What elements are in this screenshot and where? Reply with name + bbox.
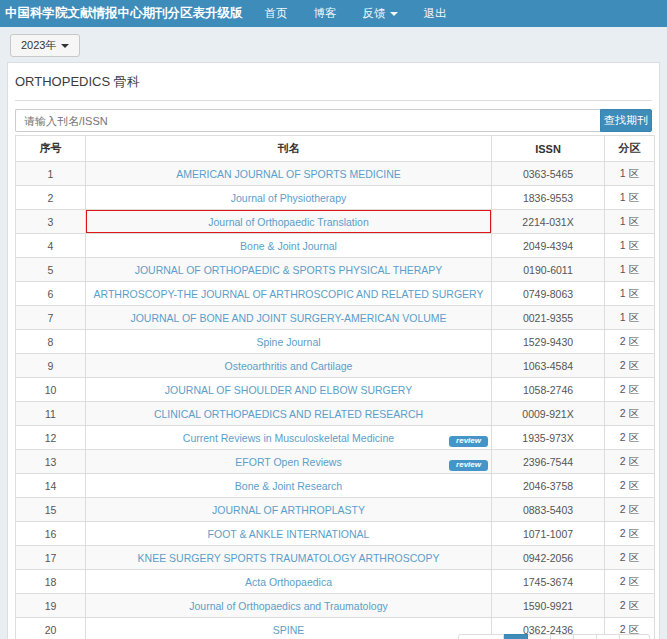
journal-name-cell: Current Reviews in Musculoskeletal Medic…: [86, 426, 492, 450]
journal-division: 2 区: [605, 354, 655, 378]
search-journal-button[interactable]: 查找期刊: [600, 109, 652, 132]
journal-link[interactable]: JOURNAL OF BONE AND JOINT SURGERY-AMERIC…: [130, 312, 446, 324]
table-row: 5JOURNAL OF ORTHOPAEDIC & SPORTS PHYSICA…: [16, 258, 655, 282]
page-button-«[interactable]: «: [458, 634, 504, 639]
row-number: 5: [16, 258, 86, 282]
journal-issn: 2049-4394: [492, 234, 605, 258]
table-row: 3Journal of Orthopaedic Translation2214-…: [16, 210, 655, 234]
table-row: 19Journal of Orthopaedics and Traumatolo…: [16, 594, 655, 618]
journal-issn: 0009-921X: [492, 402, 605, 426]
row-number: 6: [16, 282, 86, 306]
journal-link[interactable]: Journal of Orthopaedics and Traumatology: [189, 600, 387, 612]
row-number: 1: [16, 162, 86, 186]
journal-issn: 0883-5403: [492, 498, 605, 522]
table-row: 7JOURNAL OF BONE AND JOINT SURGERY-AMERI…: [16, 306, 655, 330]
journal-issn: 1071-1007: [492, 522, 605, 546]
nav-item-1[interactable]: 首页: [265, 6, 288, 21]
col-header-name: 刊名: [86, 136, 492, 162]
journal-issn: 1836-9553: [492, 186, 605, 210]
journal-name-cell: SPINE: [86, 618, 492, 639]
journal-link[interactable]: FOOT & ANKLE INTERNATIONAL: [208, 528, 370, 540]
journal-name-cell: KNEE SURGERY SPORTS TRAUMATOLOGY ARTHROS…: [86, 546, 492, 570]
year-label: 2023年: [21, 38, 56, 53]
journal-name-cell: Bone & Joint Research: [86, 474, 492, 498]
nav-item-4[interactable]: 退出: [424, 6, 447, 21]
nav-item-3[interactable]: 反馈: [363, 6, 398, 21]
journal-division: 1 区: [605, 162, 655, 186]
journal-link[interactable]: Current Reviews in Musculoskeletal Medic…: [183, 432, 394, 444]
journal-link[interactable]: KNEE SURGERY SPORTS TRAUMATOLOGY ARTHROS…: [138, 552, 440, 564]
year-dropdown-button[interactable]: 2023年: [10, 34, 80, 57]
page-button-2[interactable]: 2: [528, 634, 551, 639]
journal-name-cell: Acta Orthopaedica: [86, 570, 492, 594]
journal-division: 2 区: [605, 570, 655, 594]
journal-issn: 2396-7544: [492, 450, 605, 474]
row-number: 9: [16, 354, 86, 378]
nav-item-2[interactable]: 博客: [314, 6, 337, 21]
navbar-menu: 首页博客反馈退出: [243, 6, 447, 21]
journal-link[interactable]: Osteoarthritis and Cartilage: [225, 360, 353, 372]
row-number: 17: [16, 546, 86, 570]
journal-link[interactable]: Acta Orthopaedica: [245, 576, 332, 588]
journal-division: 1 区: [605, 186, 655, 210]
journal-name-cell: ARTHROSCOPY-THE JOURNAL OF ARTHROSCOPIC …: [86, 282, 492, 306]
journal-link[interactable]: JOURNAL OF ORTHOPAEDIC & SPORTS PHYSICAL…: [135, 264, 443, 276]
journal-link[interactable]: SPINE: [273, 624, 305, 636]
page-button-4[interactable]: 4: [574, 634, 597, 639]
journal-link[interactable]: Journal of Physiotherapy: [231, 192, 347, 204]
journal-name-cell: Spine Journal: [86, 330, 492, 354]
row-number: 3: [16, 210, 86, 234]
journal-division: 2 区: [605, 522, 655, 546]
table-row: 17KNEE SURGERY SPORTS TRAUMATOLOGY ARTHR…: [16, 546, 655, 570]
journal-link[interactable]: JOURNAL OF ARTHROPLASTY: [212, 504, 365, 516]
journal-link[interactable]: EFORT Open Reviews: [235, 456, 341, 468]
table-row: 8Spine Journal1529-94302 区: [16, 330, 655, 354]
row-number: 4: [16, 234, 86, 258]
page-title: ORTHOPEDICS 骨科: [15, 63, 652, 101]
journal-issn: 0021-9355: [492, 306, 605, 330]
review-badge: review: [449, 460, 488, 471]
journal-link[interactable]: AMERICAN JOURNAL OF SPORTS MEDICINE: [176, 168, 401, 180]
page-button-»[interactable]: »: [620, 634, 650, 639]
journal-link[interactable]: Spine Journal: [256, 336, 320, 348]
journal-link[interactable]: Journal of Orthopaedic Translation: [208, 216, 369, 228]
table-row: 10JOURNAL OF SHOULDER AND ELBOW SURGERY1…: [16, 378, 655, 402]
journal-division: 2 区: [605, 402, 655, 426]
journal-link[interactable]: Bone & Joint Research: [235, 480, 342, 492]
journal-name-cell: JOURNAL OF BONE AND JOINT SURGERY-AMERIC…: [86, 306, 492, 330]
nav-item-label: 反馈: [363, 6, 386, 21]
table-row: 4Bone & Joint Journal2049-43941 区: [16, 234, 655, 258]
journal-issn: 2214-031X: [492, 210, 605, 234]
row-number: 14: [16, 474, 86, 498]
journal-issn: 1745-3674: [492, 570, 605, 594]
pagination: «12345»: [458, 634, 650, 639]
journal-division: 2 区: [605, 450, 655, 474]
journal-issn: 0363-5465: [492, 162, 605, 186]
journal-link[interactable]: Bone & Joint Journal: [240, 240, 337, 252]
row-number: 16: [16, 522, 86, 546]
journal-link[interactable]: JOURNAL OF SHOULDER AND ELBOW SURGERY: [165, 384, 412, 396]
journal-division: 2 区: [605, 426, 655, 450]
journal-link[interactable]: ARTHROSCOPY-THE JOURNAL OF ARTHROSCOPIC …: [94, 288, 484, 300]
journal-name-cell: JOURNAL OF SHOULDER AND ELBOW SURGERY: [86, 378, 492, 402]
col-header-no: 序号: [16, 136, 86, 162]
journal-division: 2 区: [605, 594, 655, 618]
page-button-1[interactable]: 1: [504, 634, 527, 639]
table-row: 15JOURNAL OF ARTHROPLASTY0883-54032 区: [16, 498, 655, 522]
journal-link[interactable]: CLINICAL ORTHOPAEDICS AND RELATED RESEAR…: [154, 408, 423, 420]
page-button-5[interactable]: 5: [597, 634, 620, 639]
journal-name-cell: AMERICAN JOURNAL OF SPORTS MEDICINE: [86, 162, 492, 186]
journal-name-cell: JOURNAL OF ARTHROPLASTY: [86, 498, 492, 522]
journal-name-cell: Osteoarthritis and Cartilage: [86, 354, 492, 378]
page-button-3[interactable]: 3: [551, 634, 574, 639]
col-header-issn: ISSN: [492, 136, 605, 162]
journal-issn: 1935-973X: [492, 426, 605, 450]
search-input[interactable]: [15, 109, 600, 132]
journal-issn: 1063-4584: [492, 354, 605, 378]
journal-name-cell: JOURNAL OF ORTHOPAEDIC & SPORTS PHYSICAL…: [86, 258, 492, 282]
journal-division: 2 区: [605, 378, 655, 402]
journal-issn: 2046-3758: [492, 474, 605, 498]
journal-issn: 1058-2746: [492, 378, 605, 402]
row-number: 13: [16, 450, 86, 474]
year-bar: 2023年: [0, 27, 667, 62]
